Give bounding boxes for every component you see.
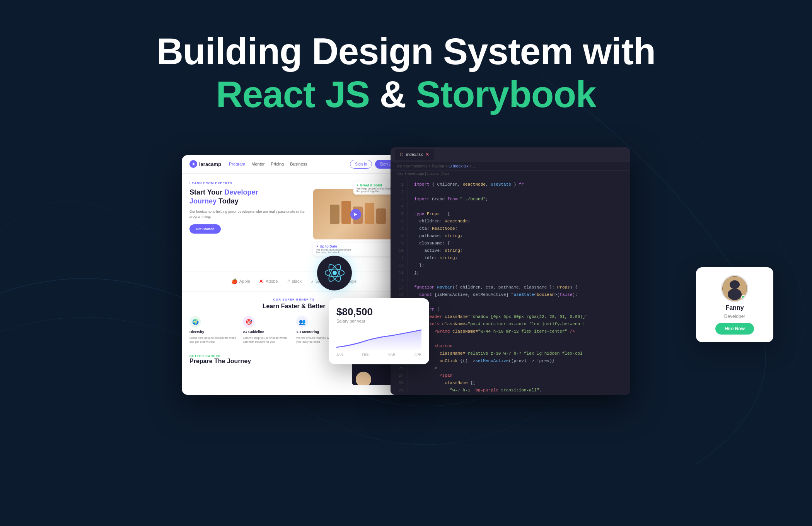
code-line-6: children: ReactNode ; [414,218,624,225]
code-lines: import { Children, ReactNode , useState … [408,177,630,392]
code-line-20: <div className= "px-4 container mx-auto … [414,321,624,328]
badge-uptodate-desc: We encourage people to use the latest te… [316,248,355,254]
career-badge: BETTER CAREER [189,354,344,358]
code-line-29: "w-7 h-1 bg-purple transition-all" , [414,387,624,392]
svg-point-0 [333,271,337,275]
signin-button[interactable]: Sign In [350,160,372,169]
file-name: index.tsx [406,152,423,157]
career-avatar [356,372,371,385]
svg-point-6 [728,289,742,300]
line-num-16: 16 [391,291,408,299]
svg-point-7 [730,280,740,289]
laracamp-logo-text: laracamp [199,161,221,167]
connector-text: & [380,73,416,115]
line-num-5: 5 [391,210,408,218]
line-num-29: 29 [391,387,408,394]
month-mar: MAR [388,353,396,357]
badge-uptodate-title: Up to Date [320,244,337,248]
code-line-10: active: string ; [414,247,624,254]
code-line-27: <span [414,372,624,379]
profile-name: Fanny [725,304,744,311]
code-line-13: }; [414,269,624,277]
month-feb: FEB [362,353,369,357]
hero-title: Start Your DeveloperJourney Today [189,188,307,206]
get-started-button[interactable]: Get Started [189,224,221,234]
title-line2: React JS & Storybook [157,72,655,116]
code-git-info: You, 3 weeks ago | 1 author (You) [391,171,630,177]
code-line-21: <Brand className= "w-44 h-10 mr-12 flex … [414,328,624,335]
code-line-14 [414,277,624,284]
line-num-1: 1 [391,181,408,188]
code-line-4 [414,203,624,210]
code-line-2 [414,188,624,196]
line-num-28: 28 [391,379,408,387]
close-tab-icon[interactable]: ✕ [425,151,430,157]
code-line-9: className: { [414,240,624,247]
react-js-text: React JS [216,73,370,115]
code-line-8: pathname: string ; [414,232,624,240]
title-line1: Building Design System with [157,31,655,72]
line-num-2: 2 [391,188,408,196]
nav-link-business[interactable]: Business [290,162,307,166]
laracamp-nav-links: Program Mentor Pricing Business [229,162,350,166]
code-line-5: type Props = { [414,210,624,218]
online-indicator [741,295,746,300]
code-line-15: function Navbar ({ children, cta, pathna… [414,284,624,291]
badge-great-desc: We Help people how to finish the project… [357,187,395,193]
line-num-15: 15 [391,284,408,291]
code-line-24: className= "relative z-30 w-7 h-7 flex l… [414,350,624,357]
screenshots-row: ★ laracamp Program Mentor Pricing Busine… [0,147,812,395]
code-line-12: }; [414,262,624,269]
diversity-name: Diversity [189,330,238,334]
breadcrumb-file: ⬡ index.tsx [449,164,468,168]
nav-link-program[interactable]: Program [229,162,245,166]
line-num-8: 8 [391,232,408,240]
guideline-desc: Lara will help you to choose which path … [243,336,292,344]
guideline-name: AJ Guideline [243,330,292,334]
nav-link-pricing[interactable]: Pricing [271,162,284,166]
code-line-11: idle: string ; [414,254,624,262]
storybook-text: Storybook [416,73,596,115]
profile-avatar [721,275,748,302]
logo-adobe: Ai Adobe [259,279,278,283]
laracamp-hero: LEARN FROM EXPERTS Start Your DeveloperJ… [182,174,406,263]
line-num-6: 6 [391,218,408,225]
code-line-7: cta: ReactNode ; [414,225,624,232]
salary-amount: $80,500 [336,306,421,318]
line-num-11: 11 [391,254,408,262]
logo-slack: # slack [287,278,302,284]
code-line-17 [414,299,624,306]
diversity-icon: 🌍 [189,316,201,328]
laracamp-logo-icon: ★ [189,160,197,168]
code-line-19: <header className= "shadow-[0px_6px_60px… [414,313,624,321]
month-jan: JAN [336,353,343,357]
benefit-diversity: 🌍 Diversity Learn from anyone around the… [189,316,238,344]
salary-chart [336,328,421,351]
logo-apple: 🍎 Apple [231,278,250,284]
code-line-26: > [414,365,624,372]
benefit-guideline: 🎯 AJ Guideline Lara will help you to cho… [243,316,292,344]
line-num-4: 4 [391,203,408,210]
hero-right: ● Great & Solid We Help people how to fi… [313,181,398,256]
guideline-icon: 🎯 [243,316,254,328]
code-tab-file[interactable]: ⬡ index.tsx ✕ [395,149,434,160]
month-apr: APR [414,353,421,357]
line-num-9: 9 [391,240,408,247]
learn-badge: LEARN FROM EXPERTS [189,181,307,185]
hero-desc: Our bootcamp is helping junior developer… [189,209,307,220]
badge-uptodate: ● Up to Date We encourage people to use … [313,243,398,256]
code-line-3: import Brand from "../Brand" ; [414,196,624,203]
line-num-14: 14 [391,277,408,284]
code-line-18: return ( [414,306,624,313]
adobe-text: Adobe [266,279,278,283]
hire-now-button[interactable]: Hire Now [715,323,754,335]
nav-link-mentor[interactable]: Mentor [251,162,264,166]
code-line-22 [414,335,624,343]
breadcrumb-path: src [397,164,402,168]
line-num-12: 12 [391,262,408,269]
hero-left: LEARN FROM EXPERTS Start Your DeveloperJ… [189,181,307,256]
slack-text: slack [292,279,302,283]
mentoring-icon: 👥 [296,316,308,328]
code-line-1: import { Children, ReactNode , useState … [414,181,624,188]
laracamp-logo: ★ laracamp [189,160,221,168]
